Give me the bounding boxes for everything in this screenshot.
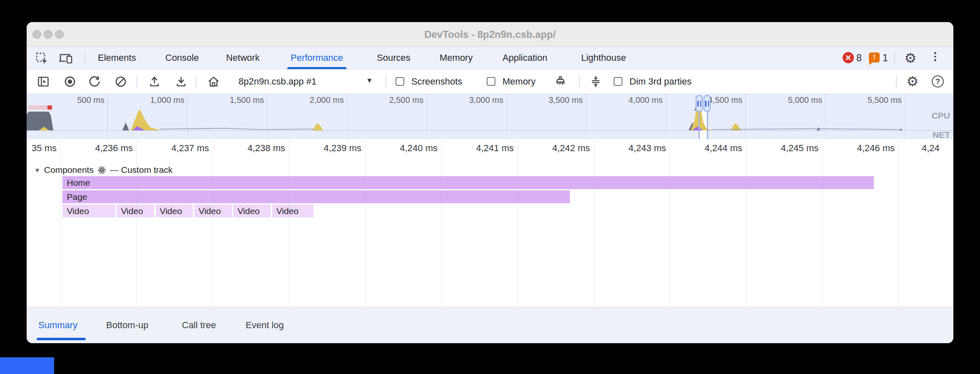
react-atom-icon	[97, 166, 106, 175]
ruler-tick-label: 4,244 ms	[676, 143, 742, 154]
ruler-tick-label: 4,246 ms	[828, 143, 895, 154]
record-and-reload-icon[interactable]	[88, 75, 101, 88]
window-title: DevTools - 8p2n9n.csb.app/	[27, 22, 953, 47]
tab-elements[interactable]: Elements	[98, 47, 136, 69]
track-bar-video[interactable]: Video	[194, 204, 232, 217]
track-bar-video[interactable]: Video	[272, 204, 313, 217]
ruler-tick-label: 4,238 ms	[219, 143, 285, 154]
tab-memory[interactable]: Memory	[440, 47, 473, 69]
ruler-tick-label: 4,242 ms	[523, 143, 590, 154]
tab-call-tree[interactable]: Call tree	[182, 320, 216, 331]
history-selector[interactable]: 8p2n9n.csb.app #1	[239, 70, 316, 93]
collapse-shortcuts-icon[interactable]	[589, 75, 602, 88]
ruler-tick-label: 4,245 ms	[752, 143, 818, 154]
warning-badge-icon[interactable]: !	[869, 52, 880, 62]
cpu-activity-chart	[27, 93, 953, 139]
chevron-down-icon[interactable]: ▼	[366, 77, 373, 85]
track-title: Components	[44, 165, 94, 175]
selection-right-edge[interactable]	[707, 112, 708, 139]
capture-settings-gear-icon[interactable]: ⚙	[906, 75, 919, 88]
error-badge-icon[interactable]	[843, 52, 854, 63]
home-icon[interactable]	[207, 75, 220, 88]
dim-3rd-parties-label[interactable]: Dim 3rd parties	[629, 70, 691, 93]
divider	[896, 75, 897, 88]
ruler-tick-label: 4,240 ms	[371, 143, 438, 154]
help-icon[interactable]: ?	[932, 75, 944, 87]
ruler-tick-label: 4,243 ms	[599, 143, 666, 154]
tab-summary[interactable]: Summary	[38, 320, 77, 331]
flame-chart-pane[interactable]: ▼ Components — Custom track HomePageVide…	[27, 158, 953, 307]
track-bar-home[interactable]: Home	[62, 176, 874, 189]
time-ruler: 35 ms4,236 ms4,237 ms4,238 ms4,239 ms4,2…	[27, 139, 953, 158]
tab-performance[interactable]: Performance	[291, 47, 343, 69]
screenshots-checkbox[interactable]	[395, 77, 404, 86]
tab-lighthouse[interactable]: Lighthouse	[581, 47, 626, 69]
garbage-collect-brush-icon[interactable]	[554, 75, 567, 88]
devtools-window: DevTools - 8p2n9n.csb.app/ Elements Cons…	[27, 22, 953, 343]
more-options-kebab-icon[interactable]	[934, 52, 936, 61]
ruler-tick-label: 4,239 ms	[295, 143, 361, 154]
titlebar: DevTools - 8p2n9n.csb.app/	[27, 22, 953, 47]
bottom-tabbar: Summary Bottom-up Call tree Event log	[27, 307, 953, 343]
divider	[196, 75, 196, 88]
tab-application[interactable]: Application	[502, 47, 547, 69]
tab-bottom-up[interactable]: Bottom-up	[106, 320, 149, 331]
tab-event-log[interactable]: Event log	[246, 320, 284, 331]
ruler-tick-label: 35 ms	[27, 143, 57, 154]
divider	[386, 75, 386, 88]
inspect-element-icon[interactable]	[35, 52, 48, 65]
divider	[579, 75, 580, 88]
ruler-tick-label: 4,241 ms	[447, 143, 514, 154]
device-toolbar-icon[interactable]	[58, 52, 73, 65]
selection-right-handle[interactable]	[704, 95, 711, 112]
track-bar-video[interactable]: Video	[156, 204, 193, 217]
custom-track-header[interactable]: ▼ Components — Custom track	[34, 164, 172, 176]
settings-gear-icon[interactable]: ⚙	[904, 51, 917, 65]
background-window-fragment	[0, 357, 54, 374]
active-tab-underline	[37, 338, 86, 340]
screenshots-label[interactable]: Screenshots	[411, 70, 462, 93]
cpu-lane-label: CPU	[932, 111, 950, 121]
ruler-tick-label: 4,236 ms	[66, 143, 133, 154]
error-count: 8	[856, 52, 862, 64]
devtools-tabbar: Elements Console Network Performance Sou…	[27, 47, 953, 70]
ruler-tick-label: 4,24	[922, 143, 953, 154]
track-title-suffix: — Custom track	[110, 165, 173, 175]
selection-left-edge[interactable]	[699, 112, 700, 139]
track-bar-video[interactable]: Video	[117, 204, 154, 217]
expand-caret-icon[interactable]: ▼	[34, 167, 40, 174]
net-lane-label: NET	[933, 130, 950, 139]
memory-checkbox[interactable]	[487, 77, 495, 86]
tab-network[interactable]: Network	[226, 47, 260, 69]
track-bar-page[interactable]: Page	[62, 190, 570, 203]
clear-icon[interactable]	[114, 75, 127, 88]
divider	[137, 75, 137, 88]
tab-sources[interactable]: Sources	[377, 47, 410, 69]
track-bar-video[interactable]: Video	[233, 204, 271, 217]
memory-label[interactable]: Memory	[502, 70, 535, 93]
divider	[894, 51, 895, 65]
selection-left-handle[interactable]	[696, 95, 703, 112]
record-icon[interactable]	[63, 75, 77, 88]
divider	[85, 51, 85, 65]
upload-profile-icon[interactable]	[148, 75, 161, 88]
warning-count: 1	[883, 52, 888, 64]
track-bar-video[interactable]: Video	[62, 204, 115, 217]
timeline-overview[interactable]: 500 ms1,000 ms1,500 ms2,000 ms2,500 ms3,…	[27, 93, 953, 139]
tab-console[interactable]: Console	[165, 47, 199, 69]
dim-3rd-parties-checkbox[interactable]	[614, 77, 622, 86]
ruler-tick-label: 4,237 ms	[142, 143, 209, 154]
toggle-sidebar-panel-icon[interactable]	[37, 75, 50, 88]
performance-toolbar: 8p2n9n.csb.app #1 ▼ Screenshots Memory D…	[27, 70, 953, 93]
download-profile-icon[interactable]	[174, 75, 188, 88]
